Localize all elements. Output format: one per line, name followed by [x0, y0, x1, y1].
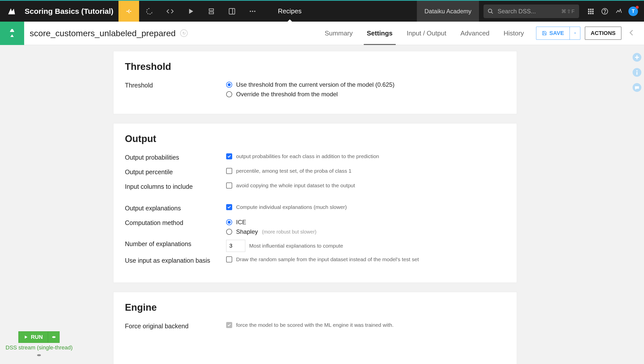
- svg-rect-2: [229, 8, 235, 14]
- tab-input-output[interactable]: Input / Output: [400, 22, 454, 45]
- user-avatar[interactable]: T: [628, 7, 638, 16]
- recipe-header: score_customers_unlabeled_prepared ↻ Sum…: [0, 22, 644, 45]
- input-columns-desc: avoid copying the whole input dataset to…: [236, 183, 355, 189]
- activity-icon[interactable]: [612, 8, 626, 15]
- academy-button[interactable]: Dataiku Academy: [417, 1, 479, 22]
- recipe-type-icon: [0, 22, 24, 45]
- input-columns-label: Input columns to include: [125, 183, 226, 190]
- run-settings-button[interactable]: [48, 331, 60, 343]
- dashboard-icon[interactable]: [222, 1, 242, 22]
- checkbox-use-input-basis[interactable]: [226, 256, 232, 262]
- threshold-panel: Threshold Threshold Use threshold from t…: [113, 51, 517, 114]
- top-bar: Scoring Basics (Tutorial): [0, 0, 644, 22]
- tab-settings[interactable]: Settings: [360, 22, 400, 45]
- checkbox-input-columns[interactable]: [226, 183, 232, 189]
- tab-advanced[interactable]: Advanced: [453, 22, 497, 45]
- back-arrow-icon[interactable]: [628, 29, 635, 37]
- search-input[interactable]: Search DSS... ⌘⇧F: [484, 5, 579, 18]
- project-name[interactable]: Scoring Basics (Tutorial): [25, 7, 113, 16]
- threshold-title: Threshold: [125, 61, 505, 72]
- save-dropdown[interactable]: [570, 27, 580, 40]
- svg-rect-11: [592, 9, 594, 10]
- save-button[interactable]: SAVE: [536, 27, 580, 40]
- add-icon[interactable]: [632, 53, 642, 62]
- shapley-note: (more robust but slower): [262, 229, 316, 235]
- engine-title: Engine: [125, 302, 505, 313]
- flow-icon[interactable]: [118, 1, 139, 22]
- svg-point-6: [254, 11, 255, 12]
- search-shortcut: ⌘⇧F: [561, 8, 575, 14]
- play-icon: [24, 335, 28, 339]
- output-percentile-label: Output percentile: [125, 168, 226, 176]
- num-explanations-desc: Most influential explanations to compute: [249, 243, 343, 249]
- output-percentile-desc: percentile, among test set, of the proba…: [236, 168, 352, 174]
- svg-rect-17: [592, 13, 594, 14]
- svg-rect-1: [209, 12, 214, 14]
- radio-method-ice[interactable]: [226, 219, 232, 225]
- engine-stream-label[interactable]: DSS stream (single-thread): [6, 344, 73, 351]
- radio-threshold-current[interactable]: [226, 82, 232, 88]
- output-title: Output: [125, 133, 505, 144]
- engine-settings-icon[interactable]: [36, 352, 42, 359]
- dataiku-logo-icon[interactable]: [6, 5, 18, 17]
- radio-label-override: Override the threshold from the model: [236, 91, 338, 98]
- refresh-icon[interactable]: ↻: [180, 29, 188, 37]
- chevron-down-icon: [573, 31, 577, 35]
- circle-broken-icon[interactable]: [139, 1, 160, 22]
- help-icon[interactable]: [598, 8, 612, 15]
- force-backend-label: Force original backend: [125, 322, 226, 330]
- recipe-tabs: Summary Settings Input / Output Advanced…: [318, 22, 531, 45]
- svg-rect-0: [209, 9, 214, 11]
- output-panel: Output Output probabilities output proba…: [113, 123, 517, 283]
- force-backend-desc: force the model to be scored with the ML…: [236, 322, 394, 328]
- chat-icon[interactable]: [632, 83, 642, 92]
- svg-rect-16: [590, 13, 592, 14]
- gear-icon: [51, 335, 56, 340]
- svg-point-4: [250, 11, 251, 12]
- apps-icon[interactable]: [584, 8, 598, 15]
- svg-point-7: [488, 9, 492, 13]
- info-icon[interactable]: [632, 68, 642, 77]
- num-explanations-label: Number of explanations: [125, 240, 226, 248]
- radio-label-current: Use threshold from the current version o…: [236, 81, 395, 88]
- radio-threshold-override[interactable]: [226, 91, 232, 97]
- radio-label-shapley: Shapley: [236, 228, 258, 235]
- svg-point-23: [636, 70, 638, 71]
- svg-rect-10: [590, 9, 592, 10]
- save-label: SAVE: [549, 30, 564, 36]
- svg-point-19: [605, 12, 605, 13]
- code-icon[interactable]: [160, 1, 180, 22]
- checkbox-output-probabilities[interactable]: [226, 153, 232, 159]
- right-rail: [630, 45, 644, 364]
- computation-method-label: Computation method: [125, 219, 226, 226]
- svg-rect-12: [588, 11, 590, 12]
- search-icon: [488, 8, 494, 14]
- use-input-basis-label: Use input as explanation basis: [125, 256, 226, 264]
- stack-icon[interactable]: [201, 1, 222, 22]
- radio-method-shapley[interactable]: [226, 229, 232, 235]
- svg-rect-14: [592, 11, 594, 12]
- actions-button[interactable]: ACTIONS: [585, 27, 621, 40]
- more-icon[interactable]: [242, 1, 263, 22]
- tab-history[interactable]: History: [497, 22, 531, 45]
- svg-rect-15: [588, 13, 590, 14]
- save-icon: [542, 31, 547, 36]
- checkbox-output-percentile[interactable]: [226, 168, 232, 174]
- checkbox-output-explanations[interactable]: [226, 204, 232, 210]
- threshold-label: Threshold: [125, 81, 226, 89]
- svg-line-8: [491, 12, 493, 14]
- section-label[interactable]: Recipes: [278, 1, 302, 22]
- run-button[interactable]: RUN: [18, 331, 48, 343]
- svg-rect-9: [588, 9, 590, 10]
- num-explanations-input[interactable]: [226, 240, 245, 252]
- output-probabilities-desc: output probabilities for each class in a…: [236, 153, 379, 159]
- engine-panel: Engine Force original backend force the …: [113, 292, 517, 364]
- radio-label-ice: ICE: [236, 219, 246, 226]
- play-icon[interactable]: [180, 1, 201, 22]
- output-explanations-label: Output explanations: [125, 204, 226, 212]
- output-explanations-desc: Compute individual explanations (much sl…: [236, 204, 347, 210]
- tab-summary[interactable]: Summary: [318, 22, 360, 45]
- checkbox-force-backend: [226, 322, 232, 328]
- run-label: RUN: [31, 334, 43, 340]
- svg-rect-13: [590, 11, 592, 12]
